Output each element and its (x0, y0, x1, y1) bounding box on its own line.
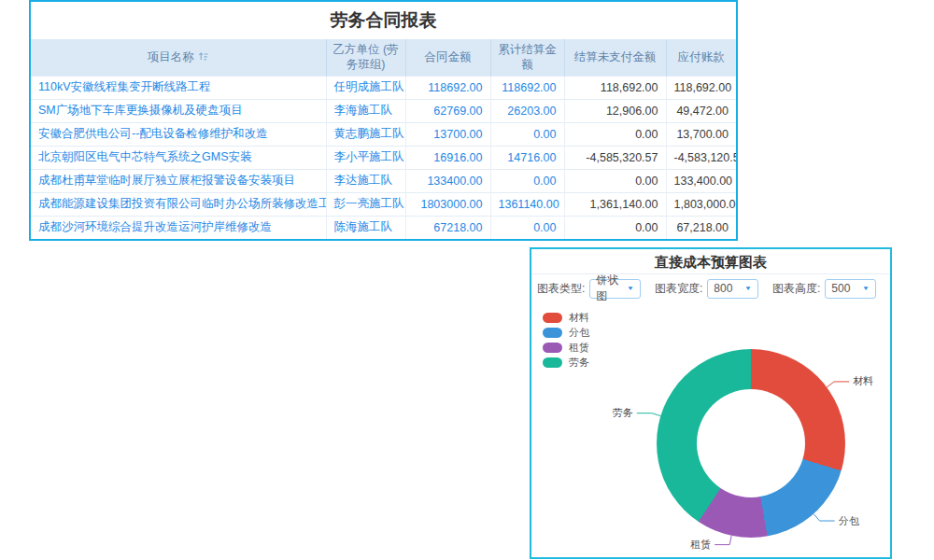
legend-label: 租赁 (569, 341, 589, 355)
cell-contract-amount: 16916.00 (405, 146, 490, 169)
labor-contract-table: 项目名称 乙方单位 (劳务班组) 合同金额 累计结算金额 结算未支付金额 应付账… (31, 39, 736, 239)
chart-legend: 材料分包租赁劳务 (543, 310, 589, 370)
cell-settled-amount: 0.00 (490, 122, 564, 146)
cell-contract-amount: 1803000.00 (405, 192, 490, 216)
cell-payable: 49,472.00 (666, 99, 736, 122)
cell-payable: 67,218.00 (666, 216, 736, 239)
cell-settled-amount: 0.00 (490, 169, 564, 192)
slice-label: 劳务 (613, 407, 633, 418)
cell-contractor: 任明成施工队 (326, 76, 405, 99)
cell-payable: 133,400.00 (666, 169, 736, 192)
chevron-down-icon: ▼ (862, 285, 870, 291)
cell-unpaid-amount: 118,692.00 (564, 76, 666, 99)
cell-payable: 13,700.00 (666, 122, 736, 146)
legend-item[interactable]: 材料 (543, 310, 589, 325)
cell-project-name: 成都杜甫草堂临时展厅独立展柜报警设备安装项目 (31, 169, 326, 192)
chart-width-label: 图表宽度: (655, 281, 702, 297)
slice-label: 租赁 (690, 539, 711, 550)
slice-label: 分包 (839, 515, 860, 526)
sort-icon[interactable] (198, 50, 209, 65)
cell-settled-amount: 1361140.00 (490, 192, 564, 216)
legend-swatch-icon (543, 343, 562, 353)
callout-line (715, 536, 731, 545)
cell-contract-amount: 133400.00 (405, 169, 490, 192)
callout-line (814, 514, 835, 521)
header-project-name[interactable]: 项目名称 (31, 39, 326, 76)
cell-contractor: 李达施工队 (326, 169, 405, 192)
cell-contractor: 李小平施工队 (326, 146, 405, 169)
cell-contractor: 黄志鹏施工队 (326, 122, 405, 146)
header-contractor: 乙方单位 (劳务班组) (326, 39, 405, 76)
header-payable: 应付账款 (666, 39, 736, 76)
cell-payable: 118,692.00 (666, 76, 736, 99)
cell-settled-amount: 0.00 (490, 216, 564, 239)
cell-project-name: 成都沙河环境综合提升改造运河护岸维修改造 (31, 216, 326, 239)
cell-unpaid-amount: 0.00 (564, 122, 666, 146)
chart-type-select[interactable]: 饼状图 ▼ (589, 279, 641, 299)
legend-swatch-icon (543, 328, 562, 338)
cell-unpaid-amount: 0.00 (564, 169, 666, 192)
cell-unpaid-amount: 12,906.00 (564, 99, 666, 122)
callout-line (637, 413, 661, 416)
cell-contractor: 陈海施工队 (326, 216, 405, 239)
chart-height-value: 500 (831, 282, 850, 295)
report-title: 劳务合同报表 (31, 2, 736, 39)
chart-height-label: 图表高度: (772, 281, 820, 297)
cell-unpaid-amount: -4,585,320.57 (564, 146, 666, 169)
cell-project-name: SM广场地下车库更换摄像机及硬盘项目 (31, 99, 326, 122)
cell-unpaid-amount: 1,361,140.00 (564, 192, 666, 216)
table-row: 成都能源建设集团投资有限公司临时办公场所装修改造工程EPC彭一亮施工队18030… (31, 192, 736, 216)
legend-item[interactable]: 分包 (543, 325, 589, 340)
chart-width-value: 800 (714, 282, 732, 295)
legend-swatch-icon (543, 313, 562, 323)
chart-controls: 图表类型: 饼状图 ▼ 图表宽度: 800 ▼ 图表高度: 500 ▼ (531, 274, 890, 302)
table-row: 安徽合肥供电公司--配电设备检修维护和改造黄志鹏施工队13700.000.000… (31, 122, 736, 146)
cell-contract-amount: 118692.00 (405, 76, 490, 99)
table-row: 成都杜甫草堂临时展厅独立展柜报警设备安装项目李达施工队133400.000.00… (31, 169, 736, 192)
labor-contract-report-card: 劳务合同报表 项目名称 乙方单位 (劳务班组) 合同金额 累计结算金额 结算未支… (29, 0, 738, 241)
cell-project-name: 110kV安徽线程集变开断线路工程 (31, 76, 326, 99)
chart-type-label: 图表类型: (537, 281, 585, 297)
callout-line (827, 382, 849, 387)
legend-label: 劳务 (569, 356, 589, 370)
cell-contract-amount: 62769.00 (405, 99, 490, 122)
legend-label: 材料 (569, 311, 589, 325)
header-contract-amount: 合同金额 (405, 39, 490, 76)
chart-title: 直接成本预算图表 (531, 249, 890, 274)
header-settled-amount: 累计结算金额 (490, 39, 564, 76)
cell-settled-amount: 118692.00 (490, 76, 564, 99)
chevron-down-icon: ▼ (744, 285, 752, 291)
legend-item[interactable]: 劳务 (543, 355, 589, 370)
cell-contract-amount: 13700.00 (405, 122, 490, 146)
legend-swatch-icon (543, 357, 562, 368)
page: 劳务合同报表 项目名称 乙方单位 (劳务班组) 合同金额 累计结算金额 结算未支… (0, 0, 934, 560)
table-row: 北京朝阳区电气中芯特气系统之GMS安装李小平施工队16916.0014716.0… (31, 146, 736, 169)
cell-payable: -4,583,120.57 (666, 146, 736, 169)
cell-settled-amount: 26203.00 (490, 99, 564, 122)
header-unpaid-amount: 结算未支付金额 (564, 39, 666, 76)
cell-project-name: 安徽合肥供电公司--配电设备检修维护和改造 (31, 122, 326, 146)
chart-type-value: 饼状图 (596, 273, 627, 304)
cell-contractor: 李海施工队 (326, 99, 405, 122)
cell-unpaid-amount: 0.00 (564, 216, 666, 239)
slice-label: 材料 (853, 375, 873, 386)
table-body: 110kV安徽线程集变开断线路工程任明成施工队118692.00118692.0… (31, 76, 736, 239)
budget-chart-card: 直接成本预算图表 图表类型: 饼状图 ▼ 图表宽度: 800 ▼ 图表高度: 5… (530, 247, 892, 559)
table-row: 110kV安徽线程集变开断线路工程任明成施工队118692.00118692.0… (31, 76, 736, 99)
legend-item[interactable]: 租赁 (543, 340, 589, 355)
table-row: 成都沙河环境综合提升改造运河护岸维修改造陈海施工队67218.000.000.0… (31, 216, 736, 239)
chart-width-select[interactable]: 800 ▼ (707, 279, 758, 299)
cell-settled-amount: 14716.00 (490, 146, 564, 169)
chevron-down-icon: ▼ (627, 285, 634, 291)
cell-project-name: 成都能源建设集团投资有限公司临时办公场所装修改造工程EPC (31, 192, 326, 216)
cell-payable: 1,803,000.00 (666, 192, 736, 216)
donut-chart: 材料分包租赁劳务 材料分包租赁劳务 (531, 302, 890, 558)
chart-height-select[interactable]: 500 ▼ (825, 279, 876, 299)
legend-label: 分包 (569, 326, 589, 340)
donut-hole (697, 389, 805, 497)
table-row: SM广场地下车库更换摄像机及硬盘项目李海施工队62769.0026203.001… (31, 99, 736, 122)
table-header-row: 项目名称 乙方单位 (劳务班组) 合同金额 累计结算金额 结算未支付金额 应付账… (31, 39, 736, 76)
cell-project-name: 北京朝阳区电气中芯特气系统之GMS安装 (31, 146, 326, 169)
cell-contractor: 彭一亮施工队 (326, 192, 405, 216)
header-project-name-label: 项目名称 (148, 50, 194, 63)
